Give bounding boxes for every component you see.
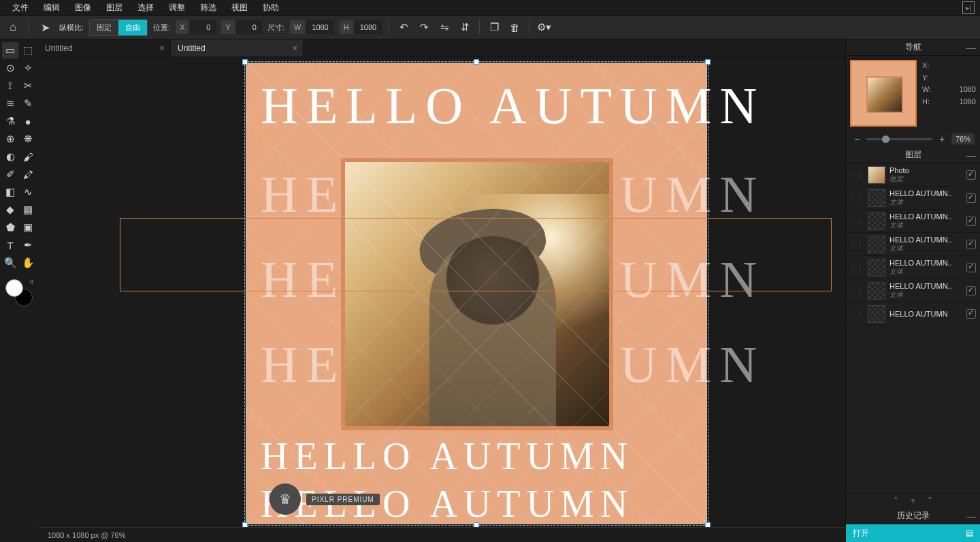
menu-file[interactable]: 文件 — [5, 0, 35, 16]
layer-item[interactable]: ⋮⋮Photo框架 — [846, 163, 980, 187]
menu-adjust[interactable]: 调整 — [162, 0, 192, 16]
visibility-toggle[interactable] — [966, 240, 976, 249]
menu-image[interactable]: 图像 — [68, 0, 98, 16]
layer-item[interactable]: ⋮⋮HELLO AUTUMN..文体 — [846, 279, 980, 302]
layer-down-icon[interactable]: ˅ — [928, 496, 932, 506]
visibility-toggle[interactable] — [966, 170, 976, 180]
eraser-tool[interactable]: ◧ — [2, 184, 18, 200]
minimize-icon[interactable]: — — [966, 511, 976, 522]
text-layer[interactable]: HELLO AUTUMN — [261, 80, 765, 131]
cursor-icon[interactable]: ➤ — [36, 18, 54, 36]
zoom-out-icon[interactable]: − — [851, 133, 862, 144]
collapse-panel-icon[interactable]: ▸| — [962, 1, 975, 14]
close-icon[interactable]: × — [159, 43, 165, 53]
zoom-value[interactable]: 76% — [951, 133, 975, 144]
dodge-tool[interactable]: ◐ — [2, 148, 18, 165]
minimize-icon[interactable]: — — [966, 150, 976, 161]
cut-tool[interactable]: ✂ — [20, 78, 36, 94]
drag-handle-icon[interactable]: ⋮⋮ — [850, 195, 864, 200]
visibility-toggle[interactable] — [966, 309, 976, 319]
gear-icon[interactable]: ⚙▾ — [536, 20, 551, 35]
frame-tool[interactable]: ▣ — [20, 219, 36, 236]
tab-2[interactable]: Untitled× — [171, 39, 304, 57]
flip-v-icon[interactable]: ⇵ — [457, 20, 472, 35]
layer-item[interactable]: ⋮⋮HELLO AUTUMN..文体 — [846, 210, 980, 233]
visibility-toggle[interactable] — [966, 217, 976, 226]
drag-handle-icon[interactable]: ⋮⋮ — [850, 288, 864, 293]
zoom-slider[interactable] — [866, 138, 932, 140]
eyedropper-tool[interactable]: ✎ — [20, 95, 36, 112]
text-tool[interactable]: T — [2, 237, 18, 253]
layer-thumbnail[interactable] — [868, 189, 885, 207]
layer-thumbnail[interactable] — [868, 282, 885, 300]
layer-up-icon[interactable]: ˄ — [894, 496, 898, 506]
close-icon[interactable]: × — [292, 43, 297, 53]
zoom-tool[interactable]: 🔍 — [2, 255, 18, 271]
slider-knob[interactable] — [882, 136, 889, 143]
aspect-toggle[interactable]: 固定 自由 — [89, 19, 148, 36]
visibility-toggle[interactable] — [966, 263, 976, 272]
history-item[interactable]: 打开 ▤ — [846, 524, 980, 542]
drag-handle-icon[interactable]: ⋮⋮ — [850, 311, 864, 316]
layer-item[interactable]: ⋮⋮HELLO AUTUMN..文体 — [846, 256, 980, 279]
menu-edit[interactable]: 编辑 — [37, 0, 67, 16]
home-icon[interactable]: ⌂ — [4, 18, 22, 36]
nav-thumbnail[interactable] — [850, 60, 917, 127]
hand-tool[interactable]: ✋ — [20, 255, 36, 271]
menu-filter[interactable]: 筛选 — [193, 0, 223, 16]
aspect-free[interactable]: 自由 — [118, 20, 147, 35]
layer-thumbnail[interactable] — [868, 305, 885, 323]
layer-item[interactable]: ⋮⋮HELLO AUTUMN..文体 — [846, 233, 980, 256]
move-tool[interactable]: ▭ — [2, 42, 18, 59]
visibility-toggle[interactable] — [966, 193, 976, 203]
layer-item[interactable]: ⋮⋮HELLO AUTUMN — [846, 302, 980, 325]
canvas[interactable]: HELLO AUTUMN HELLO AUTUMN HELLO AUTUMN H… — [246, 63, 707, 524]
zoom-in-icon[interactable]: + — [936, 133, 947, 144]
layer-thumbnail[interactable] — [868, 166, 885, 184]
photo-frame[interactable] — [341, 158, 613, 430]
blur-tool[interactable]: ● — [20, 113, 36, 129]
tab-1[interactable]: Untitled× — [38, 39, 171, 57]
liquify-tool[interactable]: ≋ — [2, 95, 18, 112]
smudge-tool[interactable]: ∿ — [20, 184, 36, 200]
drag-handle-icon[interactable]: ⋮⋮ — [850, 265, 864, 270]
redo-icon[interactable]: ↷ — [416, 20, 431, 35]
menu-layer[interactable]: 图层 — [99, 0, 129, 16]
foreground-color[interactable] — [5, 279, 23, 297]
w-value[interactable]: 1080 — [306, 20, 333, 34]
menu-view[interactable]: 视图 — [225, 0, 255, 16]
heal-tool[interactable]: ⊕ — [2, 131, 18, 147]
duplicate-icon[interactable]: ❐ — [487, 20, 502, 35]
flip-h-icon[interactable]: ⇋ — [437, 20, 452, 35]
paint-tool[interactable]: 🖍 — [20, 166, 36, 182]
undo-icon[interactable]: ↶ — [396, 20, 411, 35]
drag-handle-icon[interactable]: ⋮⋮ — [850, 242, 864, 246]
lasso-tool[interactable]: ⊙ — [2, 60, 18, 76]
x-value[interactable]: 0 — [190, 20, 216, 34]
shape-tool[interactable]: ⬟ — [2, 219, 18, 236]
pentool-tool[interactable]: ✒ — [20, 237, 36, 253]
menu-select[interactable]: 选择 — [131, 0, 161, 16]
delete-icon[interactable]: 🗑 — [507, 20, 522, 35]
color-swatches[interactable]: ⤭ — [4, 278, 34, 308]
crop-tool[interactable]: ⟟ — [2, 78, 18, 94]
aspect-fixed[interactable]: 固定 — [90, 20, 118, 35]
menu-help[interactable]: 协助 — [256, 0, 286, 16]
layer-thumbnail[interactable] — [868, 212, 885, 230]
pen-tool[interactable]: ✐ — [2, 166, 18, 182]
drag-handle-icon[interactable]: ⋮⋮ — [850, 172, 864, 177]
premium-badge[interactable]: ♛ PIXLR PREMIUM — [270, 483, 380, 515]
brush-tool[interactable]: 🖌 — [20, 148, 36, 165]
add-layer-icon[interactable]: + — [911, 496, 916, 506]
wand-tool[interactable]: ✧ — [20, 60, 36, 76]
swap-colors-icon[interactable]: ⤭ — [29, 278, 34, 285]
gradient-tool[interactable]: ▦ — [20, 202, 36, 218]
drag-handle-icon[interactable]: ⋮⋮ — [850, 219, 864, 223]
clone-tool[interactable]: ⚗ — [2, 113, 18, 129]
fill-tool[interactable]: ◆ — [2, 202, 18, 218]
h-value[interactable]: 1080 — [355, 20, 382, 34]
minimize-icon[interactable]: — — [966, 42, 976, 53]
sponge-tool[interactable]: ❋ — [20, 131, 36, 147]
visibility-toggle[interactable] — [966, 286, 976, 296]
layer-item[interactable]: ⋮⋮HELLO AUTUMN..文体 — [846, 187, 980, 210]
